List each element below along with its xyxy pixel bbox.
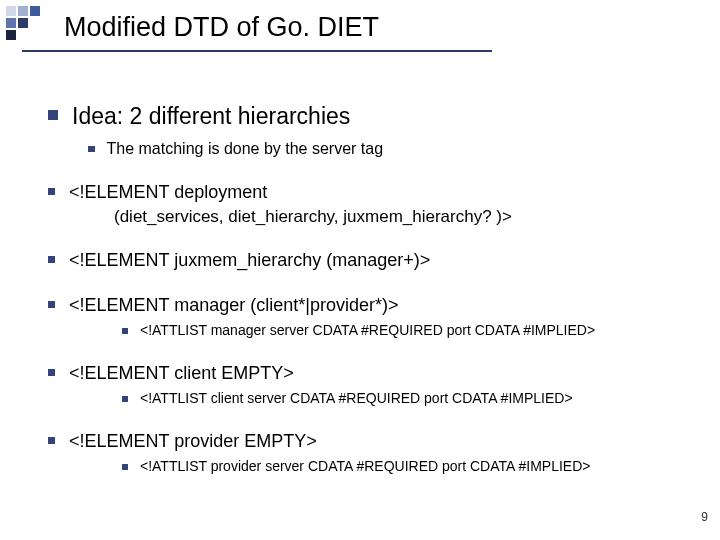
idea-heading-row: Idea: 2 different hierarchies bbox=[48, 102, 690, 131]
square-bullet-icon bbox=[48, 256, 55, 263]
attlist: <!ATTLIST client server CDATA #REQUIRED … bbox=[140, 390, 573, 408]
element-block: <!ELEMENT juxmem_hierarchy (manager+)> bbox=[48, 249, 690, 272]
element-decl: <!ELEMENT client EMPTY> bbox=[69, 362, 294, 385]
title-underline bbox=[22, 50, 492, 52]
element-block: <!ELEMENT manager (client*|provider*)> <… bbox=[48, 294, 690, 340]
element-decl-row: <!ELEMENT client EMPTY> bbox=[48, 362, 690, 385]
attlist: <!ATTLIST provider server CDATA #REQUIRE… bbox=[140, 458, 590, 476]
attlist: <!ATTLIST manager server CDATA #REQUIRED… bbox=[140, 322, 595, 340]
idea-sub-row: The matching is done by the server tag bbox=[88, 139, 690, 159]
idea-block: Idea: 2 different hierarchies The matchi… bbox=[48, 102, 690, 159]
attlist-row: <!ATTLIST provider server CDATA #REQUIRE… bbox=[122, 458, 690, 476]
square-bullet-icon bbox=[122, 396, 128, 402]
square-bullet-icon bbox=[48, 110, 58, 120]
square-bullet-icon bbox=[48, 437, 55, 444]
element-decl: <!ELEMENT provider EMPTY> bbox=[69, 430, 317, 453]
square-bullet-icon bbox=[48, 188, 55, 195]
square-bullet-icon bbox=[88, 146, 95, 153]
deco-square bbox=[6, 6, 16, 16]
element-decl: <!ELEMENT manager (client*|provider*)> bbox=[69, 294, 398, 317]
element-decl-row: <!ELEMENT deployment bbox=[48, 181, 690, 204]
square-bullet-icon bbox=[48, 301, 55, 308]
page-number: 9 bbox=[701, 510, 708, 524]
idea-heading: Idea: 2 different hierarchies bbox=[72, 102, 350, 131]
attlist-row: <!ATTLIST manager server CDATA #REQUIRED… bbox=[122, 322, 690, 340]
deco-square bbox=[6, 30, 16, 40]
slide-title: Modified DTD of Go. DIET bbox=[0, 0, 720, 49]
element-block: <!ELEMENT deployment (diet_services, die… bbox=[48, 181, 690, 228]
element-block: <!ELEMENT provider EMPTY> <!ATTLIST prov… bbox=[48, 430, 690, 476]
deco-square bbox=[18, 6, 28, 16]
square-bullet-icon bbox=[48, 369, 55, 376]
idea-sub: The matching is done by the server tag bbox=[107, 139, 384, 159]
square-bullet-icon bbox=[122, 464, 128, 470]
deco-square bbox=[6, 18, 16, 28]
deco-square bbox=[30, 6, 40, 16]
square-bullet-icon bbox=[122, 328, 128, 334]
element-decl: <!ELEMENT deployment bbox=[69, 181, 267, 204]
attlist-row: <!ATTLIST client server CDATA #REQUIRED … bbox=[122, 390, 690, 408]
element-content: (diet_services, diet_hierarchy, juxmem_h… bbox=[114, 207, 690, 227]
element-decl-row: <!ELEMENT provider EMPTY> bbox=[48, 430, 690, 453]
element-decl-row: <!ELEMENT juxmem_hierarchy (manager+)> bbox=[48, 249, 690, 272]
element-block: <!ELEMENT client EMPTY> <!ATTLIST client… bbox=[48, 362, 690, 408]
element-decl: <!ELEMENT juxmem_hierarchy (manager+)> bbox=[69, 249, 430, 272]
corner-decoration bbox=[0, 0, 42, 42]
slide-body: Idea: 2 different hierarchies The matchi… bbox=[48, 84, 690, 476]
element-decl-row: <!ELEMENT manager (client*|provider*)> bbox=[48, 294, 690, 317]
deco-square bbox=[18, 18, 28, 28]
